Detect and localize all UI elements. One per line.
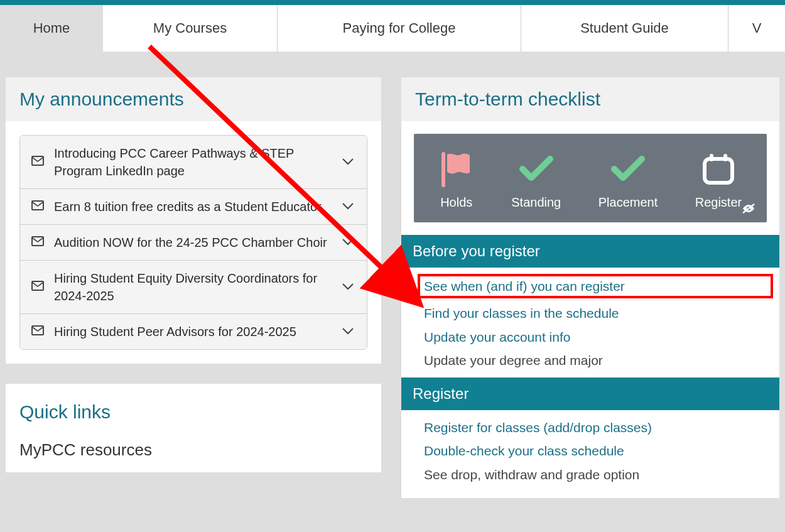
before-register-heading: Before you register bbox=[401, 235, 779, 268]
link-double-check-schedule[interactable]: Double-check your class schedule bbox=[424, 442, 773, 459]
envelope-icon bbox=[31, 200, 45, 213]
link-register-classes[interactable]: Register for classes (add/drop classes) bbox=[424, 419, 773, 436]
link-see-drop-withdraw[interactable]: See drop, withdraw and grade option bbox=[424, 466, 773, 483]
top-accent-bar bbox=[0, 0, 785, 5]
svg-rect-0 bbox=[705, 159, 732, 183]
eye-off-icon[interactable] bbox=[742, 203, 755, 217]
announcement-title-text: Earn 8 tuition free credits as a Student… bbox=[54, 198, 333, 215]
link-update-degree-major[interactable]: Update your degree and major bbox=[424, 352, 773, 369]
status-holds[interactable]: Holds bbox=[439, 151, 474, 210]
announcements-body: Introducing PCC Career Pathways & STEP P… bbox=[6, 121, 381, 364]
status-standing[interactable]: Standing bbox=[511, 151, 561, 210]
register-links: Register for classes (add/drop classes) … bbox=[401, 410, 779, 492]
nav-my-courses[interactable]: My Courses bbox=[103, 5, 278, 52]
nav-home[interactable]: Home bbox=[0, 5, 103, 52]
annotation-highlight-box: See when (and if) you can register bbox=[418, 274, 773, 298]
announcement-item[interactable]: Introducing PCC Career Pathways & STEP P… bbox=[20, 136, 367, 189]
status-placement-label: Placement bbox=[598, 195, 658, 210]
right-column: Term-to-term checklist Holds Standing bbox=[401, 77, 780, 518]
envelope-icon bbox=[31, 325, 45, 338]
chevron-down-icon bbox=[342, 237, 355, 248]
link-see-when-register[interactable]: See when (and if) you can register bbox=[424, 279, 625, 293]
before-register-links: See when (and if) you can register Find … bbox=[401, 268, 779, 377]
chevron-down-icon bbox=[342, 201, 355, 212]
status-register[interactable]: Register bbox=[695, 151, 742, 210]
chevron-down-icon bbox=[342, 281, 355, 293]
envelope-icon bbox=[31, 281, 45, 293]
announcement-item[interactable]: Hiring Student Equity Diversity Coordina… bbox=[20, 261, 367, 314]
chevron-down-icon bbox=[342, 156, 355, 168]
nav-student-guide[interactable]: Student Guide bbox=[521, 5, 728, 52]
envelope-icon bbox=[31, 156, 45, 168]
check-icon bbox=[610, 151, 646, 187]
content-area: My announcements Introducing PCC Career … bbox=[0, 52, 785, 518]
main-nav: Home My Courses Paying for College Stude… bbox=[0, 5, 785, 52]
quick-links-subtitle: MyPCC resources bbox=[6, 429, 381, 460]
checklist-panel: Term-to-term checklist Holds Standing bbox=[401, 77, 780, 499]
register-heading: Register bbox=[401, 377, 779, 410]
quick-links-panel: Quick links MyPCC resources bbox=[5, 383, 382, 473]
announcements-panel: My announcements Introducing PCC Career … bbox=[5, 77, 382, 364]
announcement-title-text: Hiring Student Peer Advisors for 2024-20… bbox=[54, 323, 333, 340]
status-register-label: Register bbox=[695, 195, 742, 210]
status-holds-label: Holds bbox=[440, 195, 472, 210]
status-box: Holds Standing Placement bbox=[414, 134, 767, 222]
chevron-down-icon bbox=[342, 326, 355, 337]
flag-icon bbox=[439, 151, 474, 187]
check-icon bbox=[519, 151, 554, 187]
svg-rect-1 bbox=[710, 154, 713, 161]
status-placement[interactable]: Placement bbox=[598, 151, 658, 210]
announcements-accordion: Introducing PCC Career Pathways & STEP P… bbox=[19, 135, 367, 350]
nav-paying-for-college[interactable]: Paying for College bbox=[278, 5, 521, 52]
announcement-title-text: Introducing PCC Career Pathways & STEP P… bbox=[54, 144, 333, 180]
announcement-item[interactable]: Audition NOW for the 24-25 PCC Chamber C… bbox=[20, 225, 367, 261]
announcement-title-text: Hiring Student Equity Diversity Coordina… bbox=[54, 269, 333, 305]
nav-more[interactable]: V bbox=[728, 5, 785, 52]
announcements-title: My announcements bbox=[6, 77, 381, 121]
quick-links-title: Quick links bbox=[6, 384, 381, 429]
svg-rect-2 bbox=[723, 154, 727, 161]
envelope-icon bbox=[31, 236, 45, 249]
announcement-title-text: Audition NOW for the 24-25 PCC Chamber C… bbox=[54, 234, 333, 251]
link-update-account[interactable]: Update your account info bbox=[424, 328, 773, 345]
calendar-icon bbox=[701, 151, 736, 187]
checklist-title: Term-to-term checklist bbox=[401, 77, 779, 121]
status-standing-label: Standing bbox=[511, 195, 561, 210]
announcement-item[interactable]: Hiring Student Peer Advisors for 2024-20… bbox=[20, 314, 367, 349]
left-column: My announcements Introducing PCC Career … bbox=[5, 77, 382, 518]
announcement-item[interactable]: Earn 8 tuition free credits as a Student… bbox=[20, 189, 367, 225]
link-find-classes[interactable]: Find your classes in the schedule bbox=[424, 305, 773, 322]
